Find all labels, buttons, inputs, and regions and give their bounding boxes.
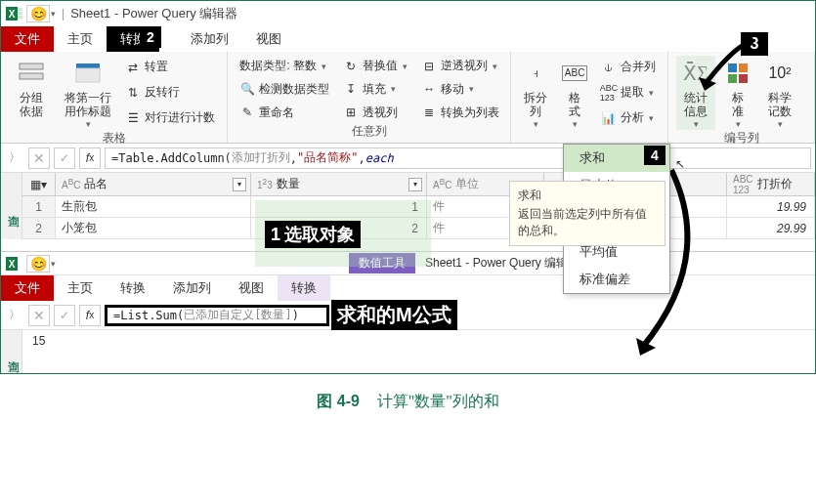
detect-icon: 🔍 (239, 81, 255, 97)
merge-icon: ⫝ (601, 60, 617, 75)
callout-5-formula: 求和的M公式 (331, 300, 457, 330)
result-value: 15 (22, 330, 815, 352)
tab-home-2[interactable]: 主页 (54, 275, 107, 301)
fill-icon: ↧ (343, 81, 359, 97)
menu-item-stdev[interactable]: 标准偏差 (564, 266, 669, 293)
confirm-formula-button-2[interactable]: ✓ (54, 305, 75, 326)
count-rows-button[interactable]: ☰对行进行计数 (121, 108, 219, 127)
pivot-icon: ⊞ (343, 105, 359, 120)
svg-rect-9 (728, 63, 737, 72)
tab-home[interactable]: 主页 (54, 26, 107, 52)
cancel-formula-button[interactable]: ✕ (28, 147, 50, 169)
reverse-icon: ⇅ (125, 85, 141, 101)
fx-button[interactable]: fx (79, 147, 101, 169)
ribbon-tabs: 文件 主页 转换 2 添加列 视图 (1, 26, 815, 52)
svg-rect-7 (76, 63, 100, 68)
group-by-button[interactable]: 分组 依据 (9, 56, 54, 130)
sigma-icon: X̄Σ (680, 58, 711, 89)
split-col-button[interactable]: ⫞ 拆分 列▾ (519, 56, 552, 130)
col-header-price[interactable]: ABC123打折价 (727, 173, 815, 195)
fill-button[interactable]: ↧填充▾ (339, 80, 411, 99)
excel-icon: X (5, 254, 24, 273)
svg-rect-8 (76, 68, 100, 82)
reverse-rows-button[interactable]: ⇅反转行 (121, 83, 219, 102)
group-label-number: 编号列 (676, 130, 806, 146)
filter-icon[interactable]: ▾ (233, 178, 246, 191)
transpose-icon: ⇄ (125, 60, 141, 75)
cursor-icon: ↖ (675, 157, 685, 171)
rename-icon: ✎ (239, 105, 255, 120)
svg-rect-6 (20, 73, 43, 79)
tab-file-2[interactable]: 文件 (1, 275, 54, 301)
replace-icon: ↻ (343, 59, 359, 74)
detect-type-button[interactable]: 🔍检测数据类型 (236, 80, 333, 99)
svg-rect-3 (18, 12, 22, 15)
svg-rect-5 (20, 63, 43, 69)
group-label-anycol: 任意列 (236, 123, 502, 139)
table-header-icon (72, 58, 104, 89)
ten-squared-icon: 10² (764, 58, 795, 89)
svg-rect-11 (728, 74, 737, 83)
format-button[interactable]: ABC 格 式▾ (558, 56, 591, 130)
split-icon: ⫞ (520, 58, 551, 89)
group-label-table: 表格 (9, 130, 219, 146)
svg-text:X: X (9, 9, 16, 20)
table-row[interactable]: 2 小笼包 2 件 29.99 (22, 218, 815, 239)
svg-rect-10 (739, 63, 748, 72)
pivot-button[interactable]: ⊞透视列 (339, 104, 411, 122)
use-first-row-button[interactable]: 将第一行 用作标题▾ (60, 56, 116, 130)
excel-icon: X (5, 4, 24, 23)
tab-view[interactable]: 视图 (242, 26, 295, 52)
fx-button-2[interactable]: fx (79, 305, 101, 326)
move-button[interactable]: ↔移动▾ (417, 80, 503, 99)
count-icon: ☰ (125, 110, 141, 126)
list-icon: ≣ (421, 105, 437, 120)
replace-button[interactable]: ↻替换值▾ (339, 57, 411, 75)
unpivot-button[interactable]: ⊟逆透视列▾ (417, 57, 503, 75)
cancel-formula-button-2[interactable]: ✕ (28, 305, 50, 326)
smiley-icon[interactable]: 😊 (26, 5, 50, 22)
callout-1-marker: 1选取对象 (265, 221, 361, 248)
col-header-qty[interactable]: 123数量▾ (251, 173, 427, 195)
to-list-button[interactable]: ≣转换为列表 (417, 104, 503, 122)
merge-cols-button[interactable]: ⫝合并列 (597, 58, 660, 76)
statistics-button[interactable]: X̄Σ 统计 信息▾ (676, 56, 715, 130)
tab-transform-2[interactable]: 转换 (107, 275, 159, 301)
tab-view-2[interactable]: 视图 (225, 275, 278, 301)
tab-ctx-transform[interactable]: 转换 (278, 275, 330, 301)
callout-4-marker: 4 (644, 146, 666, 165)
svg-text:X: X (9, 259, 16, 270)
calc-icon (722, 58, 753, 89)
analyze-button[interactable]: 📊分析▾ (597, 108, 660, 127)
tab-add-column[interactable]: 添加列 (177, 26, 242, 52)
tab-file[interactable]: 文件 (1, 26, 54, 52)
col-header-name[interactable]: ABC品名▾ (56, 173, 251, 195)
extract-button[interactable]: ABC123提取▾ (597, 83, 660, 102)
tab-transform[interactable]: 转换 2 (107, 26, 159, 52)
smiley-icon[interactable]: 😊 (26, 255, 50, 273)
expand-query-chevron-2[interactable]: 〉 (5, 307, 24, 323)
context-tab-label: 数值工具 (349, 253, 415, 273)
transpose-button[interactable]: ⇄转置 (121, 58, 219, 76)
standard-button[interactable]: 标 准▾ (721, 56, 754, 130)
rename-button[interactable]: ✎重命名 (236, 104, 333, 122)
data-type-button[interactable]: 数据类型: 整数▾ (236, 57, 333, 75)
scientific-button[interactable]: 10² 科学 记数▾ (760, 56, 799, 130)
menu-item-sum[interactable]: 求和 4 (564, 145, 669, 172)
format-icon: ABC (559, 58, 590, 89)
ribbon-body: 分组 依据 将第一行 用作标题▾ ⇄转置 ⇅反转行 ☰对行进行计数 表格 数据类… (1, 52, 815, 144)
formula-input[interactable]: = Table.AddColumn(添加打折列, "品名简称", each (105, 147, 811, 169)
table-marker-icon[interactable]: ▦▾ (22, 173, 56, 195)
query-pane-label-2[interactable]: 查询 (1, 330, 22, 373)
table-row[interactable]: 1 生煎包 1 件 19.99 (22, 196, 815, 218)
tab-addcol-2[interactable]: 添加列 (159, 275, 225, 301)
second-window: X 😊▾ 数值工具 Sheet1 - Power Query 编辑器 文件 主页… (1, 251, 815, 373)
query-pane-label[interactable]: 查询 (1, 173, 22, 239)
extract-icon: ABC123 (601, 85, 617, 101)
expand-query-chevron[interactable]: 〉 (5, 149, 24, 166)
formula-input-2[interactable]: = List.Sum(已添加自定义[数量]) (105, 305, 329, 326)
filter-icon[interactable]: ▾ (408, 178, 422, 191)
formula-bar-2: 〉 ✕ ✓ fx = List.Sum(已添加自定义[数量]) 求和的M公式 (1, 301, 815, 330)
title-bar: X 😊▾ | Sheet1 - Power Query 编辑器 (1, 1, 815, 26)
confirm-formula-button[interactable]: ✓ (54, 147, 75, 169)
